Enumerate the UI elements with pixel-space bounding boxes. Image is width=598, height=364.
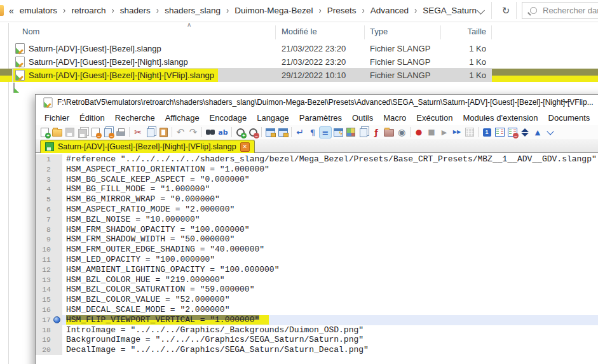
- refresh-icon[interactable]: ↻: [498, 3, 513, 18]
- replace-icon[interactable]: ab: [217, 126, 229, 138]
- sync-vertical-scroll-icon[interactable]: [264, 126, 276, 138]
- breadcrumb-item-presets[interactable]: Presets: [327, 6, 357, 15]
- menu--dition[interactable]: Édition: [74, 111, 110, 125]
- breadcrumb-item-retroarch[interactable]: retroarch: [71, 6, 105, 15]
- editor-line[interactable]: 3HSM_BG_SCALE_KEEP_ASPECT = "0.000000": [36, 175, 598, 185]
- compare-clear-icon[interactable]: –: [506, 126, 519, 138]
- monitoring-icon[interactable]: ◉: [395, 126, 408, 138]
- code-text[interactable]: HSM_BZL_COLOR_SATURATION = "59.000000": [66, 285, 598, 295]
- bookmark-margin[interactable]: [53, 175, 62, 185]
- tab-active[interactable]: Saturn-[ADV]-[Guest]-[Bezel]-[Night]-[VF…: [40, 140, 255, 153]
- code-text[interactable]: HSM_ASPECT_RATIO_MODE = "2.000000": [66, 205, 598, 215]
- compare-first-icon[interactable]: 1: [480, 126, 493, 138]
- breadcrumb-item-advanced[interactable]: Advanced: [370, 6, 409, 15]
- bookmark-margin[interactable]: [53, 245, 62, 255]
- save-macro-icon[interactable]: [463, 126, 476, 138]
- editor-line[interactable]: 4HSM_BG_FILL_MODE = "1.000000": [36, 184, 598, 194]
- code-text[interactable]: HSM_BZL_COLOR_VALUE = "52.000000": [66, 295, 598, 305]
- new-file-icon[interactable]: +: [38, 126, 51, 138]
- menu-modules-d-extension[interactable]: Modules d'extension: [458, 111, 543, 125]
- document-list-icon[interactable]: [357, 126, 370, 138]
- bookmark-margin[interactable]: [53, 234, 62, 245]
- breadcrumb-item-shaders_slang[interactable]: shaders_slang: [165, 6, 221, 15]
- bookmark-margin[interactable]: [53, 325, 62, 335]
- code-text[interactable]: HSM_LED_OPACITY = "100.000000": [66, 255, 598, 265]
- code-text[interactable]: HSM_BG_MIRROR_WRAP = "0.000000": [66, 194, 598, 205]
- column-header-modifié-le[interactable]: Modifié le: [282, 27, 317, 36]
- play-macro-icon[interactable]: ▶: [438, 126, 451, 138]
- bookmark-margin[interactable]: [53, 265, 62, 275]
- run-macro-multiple-icon[interactable]: ▶▶: [451, 126, 463, 138]
- editor-line[interactable]: 9HSM_FRM_SHADOW_WIDTH = "50.000000": [36, 234, 598, 245]
- breadcrumb-item-sega_saturn[interactable]: SEGA_Saturn: [423, 6, 477, 15]
- code-text[interactable]: HSM_DECAL_SCALE_MODE = "2.000000": [66, 305, 598, 315]
- menu-macro[interactable]: Macro: [378, 111, 411, 125]
- bookmark-margin[interactable]: [53, 154, 62, 165]
- bookmark-margin[interactable]: [53, 184, 62, 194]
- menu-ex-cution[interactable]: Exécution: [411, 111, 458, 125]
- close-all-icon[interactable]: –: [102, 126, 114, 138]
- minimize-button[interactable]: —: [557, 95, 576, 109]
- menu-affichage[interactable]: Affichage: [160, 111, 205, 125]
- menu-param-tres[interactable]: Paramètres: [294, 111, 347, 125]
- code-text[interactable]: HSM_BZL_COLOR_HUE = "219.000000": [66, 275, 598, 285]
- editor-area[interactable]: 1#reference "../../../../../shaders_slan…: [36, 153, 598, 364]
- code-text[interactable]: HSM_FRM_SHADOW_OPACITY = "100.000000": [66, 225, 598, 235]
- code-text[interactable]: HSM_FLIP_VIEWPORT_VERTICAL = "1.000000": [66, 315, 598, 325]
- expand-all-icon[interactable]: ▲: [531, 126, 544, 138]
- save-file-icon[interactable]: [64, 126, 76, 138]
- overflow-chevron-icon[interactable]: [544, 126, 557, 138]
- bookmark-margin[interactable]: [53, 295, 62, 305]
- bookmark-margin[interactable]: [53, 335, 62, 345]
- show-all-characters-icon[interactable]: ¶: [306, 126, 319, 138]
- bookmark-margin[interactable]: [53, 305, 62, 315]
- code-text[interactable]: HSM_BG_SCALE_KEEP_ASPECT = "0.000000": [66, 175, 598, 185]
- breadcrumb-collapse-icon[interactable]: «: [9, 6, 14, 16]
- code-text[interactable]: HSM_FRM_OUTER_EDGE_SHADING = "40.000000": [66, 245, 598, 255]
- editor-line[interactable]: 14HSM_BZL_COLOR_SATURATION = "59.000000": [36, 285, 598, 295]
- address-chevron-down-icon[interactable]: [477, 6, 485, 15]
- column-header-nom[interactable]: Nom: [22, 27, 39, 36]
- record-macro-icon[interactable]: ●: [412, 126, 425, 138]
- menu-encodage[interactable]: Encodage: [205, 111, 252, 125]
- code-text[interactable]: HSM_BZL_NOISE = "10.000000": [66, 215, 598, 225]
- breadcrumb-item-shaders[interactable]: shaders: [120, 6, 151, 15]
- code-text[interactable]: HSM_ASPECT_RATIO_ORIENTATION = "1.000000…: [66, 165, 598, 175]
- find-icon[interactable]: [204, 126, 217, 138]
- bookmark-margin[interactable]: [53, 275, 62, 285]
- table-row[interactable]: Saturn-[ADV]-[Guest]-[Bezel].slangp21/03…: [0, 42, 598, 55]
- editor-line[interactable]: 7HSM_BZL_NOISE = "10.000000": [36, 215, 598, 225]
- breadcrumb-item-duimon-mega-bezel[interactable]: Duimon-Mega-Bezel: [234, 6, 313, 15]
- editor-line[interactable]: 20DecalImage = "../../../Graphics/SEGA_S…: [36, 345, 598, 355]
- editor-line[interactable]: 12HSM_AMBIENT_LIGHTING_OPACITY = "100.00…: [36, 265, 598, 275]
- sync-horizontal-scroll-icon[interactable]: [276, 126, 289, 138]
- user-defined-dialog-icon[interactable]: ϟ: [332, 126, 344, 138]
- table-row[interactable]: Saturn-[ADV]-[Guest]-[Bezel]-[Night].sla…: [0, 55, 598, 69]
- zoom-out-icon[interactable]: –: [247, 126, 259, 138]
- close-file-icon[interactable]: –: [89, 126, 102, 138]
- folder-as-workspace-icon[interactable]: [383, 126, 395, 138]
- cut-icon[interactable]: ✂: [132, 126, 144, 138]
- bookmark-margin[interactable]: [53, 315, 62, 325]
- code-text[interactable]: DecalImage = "../../../Graphics/SEGA_Sat…: [66, 345, 598, 355]
- column-header-type[interactable]: Type: [370, 27, 388, 36]
- menu-documents[interactable]: Documents: [543, 111, 595, 125]
- undo-icon[interactable]: ↶: [174, 126, 187, 138]
- breadcrumb-item-emulators[interactable]: emulators: [20, 6, 57, 15]
- code-text[interactable]: BackgroundImage = "../../../Graphics/SEG…: [66, 335, 598, 345]
- zoom-in-icon[interactable]: +: [234, 126, 247, 138]
- code-text[interactable]: HSM_FRM_SHADOW_WIDTH = "50.000000": [66, 234, 598, 245]
- editor-line[interactable]: 16HSM_DECAL_SCALE_MODE = "2.000000": [36, 305, 598, 315]
- table-row[interactable]: Saturn-[ADV]-[Guest]-[Bezel]-[Night]-[VF…: [0, 69, 598, 82]
- bookmark-margin[interactable]: [53, 345, 62, 355]
- bookmark-margin[interactable]: [53, 215, 62, 225]
- file-row-partial[interactable]: [13, 83, 32, 93]
- compare-icon[interactable]: [493, 126, 506, 138]
- menu-?[interactable]: ?: [595, 111, 598, 125]
- editor-line[interactable]: 18IntroImage = "../../../Graphics/_Backg…: [36, 325, 598, 335]
- editor-line[interactable]: 11HSM_LED_OPACITY = "100.000000": [36, 255, 598, 265]
- search-input[interactable]: Rechercher dan: [522, 2, 598, 19]
- copy-icon[interactable]: [144, 126, 157, 138]
- editor-line[interactable]: 13HSM_BZL_COLOR_HUE = "219.000000": [36, 275, 598, 285]
- bookmark-margin[interactable]: [53, 194, 62, 205]
